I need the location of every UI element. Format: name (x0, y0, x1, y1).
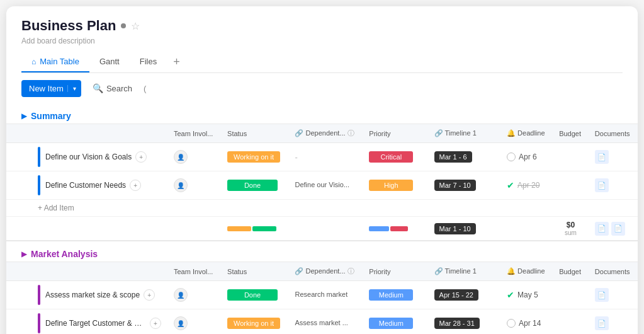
row-timeline-cell: Apr 15 - 22 (428, 281, 500, 309)
row-priority-cell[interactable]: Critical (363, 143, 427, 171)
dependency-value: Assess market ... (295, 319, 347, 326)
document-icon[interactable]: 📄 (595, 150, 609, 164)
add-row-icon[interactable]: + (130, 180, 141, 191)
document-icon[interactable]: 📄 (595, 288, 609, 302)
summary-totals-status (221, 217, 288, 241)
row-team-cell: 👤 (167, 281, 221, 309)
row-status-cell[interactable]: Working on it (221, 309, 288, 335)
avatar: 👤 (174, 288, 188, 302)
row-deadline-cell: Apr 6 (500, 143, 553, 171)
row-budget-cell (553, 309, 589, 335)
col-deadline-market: 🔔 Deadline (500, 262, 553, 281)
table-row: Define Customer Needs + 👤 Done Define (6, 171, 638, 200)
timeline-badge: Apr 15 - 22 (434, 289, 478, 301)
row-actions: + (130, 180, 141, 191)
row-stripe (38, 147, 40, 167)
deadline-text: May 5 (517, 291, 538, 299)
row-dep-cell: - (288, 143, 363, 171)
deadline-text: Apr 14 (519, 319, 541, 328)
row-budget-cell (553, 171, 589, 200)
add-row-icon[interactable]: + (135, 151, 147, 163)
add-row-icon[interactable]: + (144, 289, 155, 301)
add-row-icon[interactable]: + (150, 318, 161, 329)
col-budget-market: Budget (553, 262, 589, 281)
col-header-summary: Team Invol... Status 🔗 Dependent... ⓘ Pr… (6, 124, 638, 143)
table-wrapper: ▶ Summary Team Invol... Status 🔗 Depende… (6, 103, 638, 334)
toolbar: New Item ▾ 🔍 Search ( (6, 73, 638, 103)
tab-main-table[interactable]: ⌂ Main Table (21, 52, 89, 72)
row-team-cell: 👤 (167, 171, 221, 200)
tab-gantt-label: Gantt (99, 57, 120, 66)
star-icon[interactable]: ☆ (131, 20, 140, 32)
row-timeline-cell: Mar 28 - 31 (428, 309, 500, 335)
summary-totals-empty (6, 217, 167, 241)
row-budget-cell (553, 143, 589, 171)
new-item-button[interactable]: New Item ▾ (21, 80, 81, 97)
row-priority-cell[interactable]: Medium (363, 281, 427, 309)
col-dep-market: 🔗 Dependent... ⓘ (288, 262, 363, 281)
deadline-text: Apr 6 (519, 153, 537, 161)
toolbar-extra: ( (144, 84, 146, 93)
chevron-down-icon: ▾ (67, 85, 81, 92)
avatar: 👤 (174, 150, 188, 164)
status-badge[interactable]: Working on it (227, 318, 280, 329)
row-priority-cell[interactable]: Medium (363, 309, 427, 335)
summary-totals-team (167, 217, 221, 241)
timeline-badge: Mar 7 - 10 (434, 180, 476, 191)
summary-totals-dep (288, 217, 363, 241)
tabs: ⌂ Main Table Gantt Files + (21, 52, 623, 73)
row-actions: + (135, 151, 147, 163)
col-docs-market: Documents (589, 262, 638, 281)
row-team-cell: 👤 (167, 143, 221, 171)
document-icon-2[interactable]: 📄 (611, 222, 625, 236)
row-stripe (38, 285, 40, 305)
tab-add[interactable]: + (167, 52, 186, 72)
row-name: Assess market size & scope (45, 291, 140, 299)
search-label: Search (106, 84, 132, 93)
row-status-cell[interactable]: Done (221, 171, 288, 200)
row-actions: + (144, 289, 155, 301)
priority-badge[interactable]: Medium (369, 289, 413, 301)
summary-totals-docs: 📄 📄 (589, 217, 638, 241)
check-icon: ✔ (507, 290, 514, 300)
priority-badge[interactable]: High (369, 180, 413, 191)
row-doc-cell: 📄 (589, 143, 638, 171)
summary-totals-priority (363, 217, 427, 241)
board-description[interactable]: Add board description (21, 37, 623, 45)
summary-priority-bars (369, 226, 419, 231)
tab-gantt[interactable]: Gantt (89, 52, 130, 72)
col-budget: Budget (553, 124, 589, 143)
priority-badge[interactable]: Medium (369, 318, 413, 329)
avatar: 👤 (174, 316, 188, 330)
group-name-market: Market Analysis (31, 249, 98, 259)
home-icon: ⌂ (31, 57, 36, 66)
timeline-badge: Mar 1 - 6 (434, 151, 472, 163)
group-toggle-market[interactable]: ▶ (21, 250, 27, 258)
timeline-badge: Mar 28 - 31 (434, 318, 480, 329)
row-priority-cell[interactable]: High (363, 171, 427, 200)
col-status: Status (221, 124, 288, 143)
search-button[interactable]: 🔍 Search (86, 79, 138, 97)
status-badge[interactable]: Done (227, 180, 278, 191)
row-name: Define Target Customer & Need (45, 319, 146, 328)
priority-badge[interactable]: Critical (369, 151, 413, 163)
group-toggle-summary[interactable]: ▶ (21, 112, 27, 120)
row-dep-cell: Define our Visio... (288, 171, 363, 200)
row-name-cell: Define Target Customer & Need + (6, 309, 167, 335)
row-status-cell[interactable]: Done (221, 281, 288, 309)
status-badge[interactable]: Working on it (227, 151, 280, 163)
title-row: Business Plan ☆ (21, 18, 623, 34)
row-budget-cell (553, 281, 589, 309)
tab-files[interactable]: Files (130, 52, 167, 72)
table-row: Assess market size & scope + 👤 Done Re (6, 281, 638, 309)
col-deadline: 🔔 Deadline (500, 124, 553, 143)
status-badge[interactable]: Done (227, 289, 278, 301)
add-item-label[interactable]: + Add Item (6, 200, 638, 217)
document-icon[interactable]: 📄 (595, 178, 609, 192)
document-icon[interactable]: 📄 (595, 316, 609, 330)
add-item-row[interactable]: + Add Item (6, 200, 638, 217)
document-icon[interactable]: 📄 (595, 222, 609, 236)
row-actions: + (150, 318, 161, 329)
row-status-cell[interactable]: Working on it (221, 143, 288, 171)
summary-totals-row: Mar 1 - 10 $0 sum 📄 📄 (6, 217, 638, 241)
